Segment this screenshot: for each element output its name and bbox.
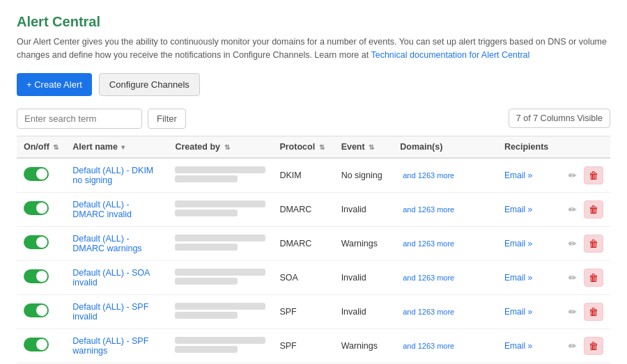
- th-protocol: Protocol ⇅: [272, 136, 334, 158]
- cell-protocol: SPF: [272, 294, 334, 329]
- cell-actions: ✏ 🗑: [559, 294, 610, 329]
- and-more-link[interactable]: and 1263 more: [403, 205, 454, 214]
- cell-actions: ✏ 🗑: [559, 260, 610, 294]
- and-more-link[interactable]: and 1263 more: [403, 239, 454, 248]
- cell-alert-name: Default (ALL) - DKIM no signing: [65, 158, 168, 193]
- recipients-link[interactable]: Email »: [504, 205, 532, 214]
- delete-button[interactable]: 🗑: [584, 303, 603, 321]
- cell-recipients: Email »: [497, 329, 559, 363]
- delete-button[interactable]: 🗑: [584, 235, 603, 253]
- cell-toggle: [17, 260, 65, 294]
- th-event: Event ⇅: [334, 136, 394, 158]
- table-row: Default (ALL) - SPF invalidSPFInvalidand…: [17, 294, 610, 329]
- cell-created-by: [168, 294, 272, 329]
- and-more-link[interactable]: and 1263 more: [403, 342, 454, 350]
- cell-domains: and 1263 more: [393, 158, 497, 193]
- cell-created-by: [168, 260, 272, 294]
- and-more-link[interactable]: and 1263 more: [403, 171, 454, 180]
- cell-event: Warnings: [334, 226, 394, 260]
- alert-name-link[interactable]: Default (ALL) - DMARC invalid: [72, 200, 132, 219]
- cell-domains: and 1263 more: [393, 226, 497, 260]
- page-description: Our Alert Center gives you the ability t…: [17, 35, 610, 62]
- cell-protocol: SPF: [272, 329, 334, 363]
- sort-icon-alert: ▾: [121, 143, 125, 151]
- edit-button[interactable]: ✏: [566, 167, 580, 184]
- sort-icon-protocol: ⇅: [319, 143, 325, 151]
- th-onoff: On/off ⇅: [17, 136, 65, 158]
- toggle-switch[interactable]: [24, 235, 49, 249]
- recipients-link[interactable]: Email »: [504, 307, 532, 317]
- recipients-link[interactable]: Email »: [504, 171, 532, 180]
- doc-link[interactable]: Technical documentation for Alert Centra…: [371, 50, 529, 60]
- recipients-link[interactable]: Email »: [504, 341, 532, 351]
- cell-toggle: [17, 294, 65, 329]
- th-domains: Domain(s): [393, 136, 497, 158]
- cell-created-by: [168, 158, 272, 193]
- edit-button[interactable]: ✏: [566, 235, 580, 252]
- search-left: Filter: [17, 109, 186, 129]
- table-row: Default (ALL) - DMARC invalidDMARCInvali…: [17, 192, 610, 226]
- alert-name-link[interactable]: Default (ALL) - SPF warnings: [72, 336, 148, 356]
- th-alert-name: Alert name ▾: [65, 136, 168, 158]
- created-by-blurred: [175, 303, 265, 319]
- edit-button[interactable]: ✏: [566, 338, 580, 354]
- cell-toggle: [17, 329, 65, 363]
- toggle-switch[interactable]: [24, 269, 49, 283]
- action-buttons: ✏ 🗑: [566, 269, 603, 287]
- toggle-switch[interactable]: [24, 201, 49, 215]
- cell-recipients: Email »: [497, 294, 559, 329]
- created-by-blurred: [175, 235, 265, 251]
- cell-domains: and 1263 more: [393, 329, 497, 363]
- and-more-link[interactable]: and 1263 more: [403, 274, 454, 282]
- cell-alert-name: Default (ALL) - DMARC invalid: [65, 192, 168, 226]
- and-more-link[interactable]: and 1263 more: [403, 308, 454, 316]
- th-recipients: Recipients: [497, 136, 559, 158]
- cell-recipients: Email »: [497, 192, 559, 226]
- delete-button[interactable]: 🗑: [584, 337, 603, 355]
- cell-event: Invalid: [334, 294, 394, 329]
- cell-domains: and 1263 more: [393, 192, 497, 226]
- alert-name-link[interactable]: Default (ALL) - SPF invalid: [72, 302, 148, 322]
- edit-button[interactable]: ✏: [566, 303, 580, 320]
- edit-button[interactable]: ✏: [566, 269, 580, 286]
- edit-button[interactable]: ✏: [566, 201, 580, 218]
- recipients-link[interactable]: Email »: [504, 239, 532, 248]
- created-by-blurred: [175, 337, 265, 353]
- toolbar: + Create Alert Configure Channels: [17, 73, 610, 96]
- cell-recipients: Email »: [497, 260, 559, 294]
- alert-name-link[interactable]: Default (ALL) - DMARC warnings: [72, 234, 141, 253]
- recipients-link[interactable]: Email »: [504, 273, 532, 283]
- alert-name-link[interactable]: Default (ALL) - SOA invalid: [72, 268, 149, 287]
- sort-icon-onoff: ⇅: [53, 143, 59, 151]
- table-header-row: On/off ⇅ Alert name ▾ Created by ⇅ Proto…: [17, 136, 610, 158]
- toggle-switch[interactable]: [24, 167, 49, 181]
- create-alert-button[interactable]: + Create Alert: [17, 73, 92, 96]
- cell-domains: and 1263 more: [393, 260, 497, 294]
- table-row: Default (ALL) - SPF warningsSPFWarningsa…: [17, 329, 610, 363]
- sort-icon-event: ⇅: [369, 143, 374, 151]
- alerts-table: On/off ⇅ Alert name ▾ Created by ⇅ Proto…: [17, 136, 610, 363]
- delete-button[interactable]: 🗑: [584, 200, 603, 219]
- alert-name-link[interactable]: Default (ALL) - DKIM no signing: [72, 166, 153, 185]
- cell-protocol: DKIM: [272, 158, 334, 193]
- cell-alert-name: Default (ALL) - SPF invalid: [65, 294, 168, 329]
- cell-created-by: [168, 226, 272, 260]
- toggle-switch[interactable]: [24, 338, 49, 351]
- cell-event: Warnings: [334, 329, 394, 363]
- action-buttons: ✏ 🗑: [566, 166, 603, 184]
- th-created-by: Created by ⇅: [168, 136, 272, 158]
- toggle-switch[interactable]: [24, 303, 49, 317]
- cell-protocol: SOA: [272, 260, 334, 294]
- cell-protocol: DMARC: [272, 226, 334, 260]
- cell-created-by: [168, 329, 272, 363]
- configure-channels-button[interactable]: Configure Channels: [99, 73, 200, 96]
- cell-toggle: [17, 226, 65, 260]
- columns-visible-indicator: 7 of 7 Columns Visible: [509, 109, 610, 128]
- search-input[interactable]: [17, 109, 142, 129]
- cell-event: Invalid: [334, 260, 394, 294]
- cell-actions: ✏ 🗑: [559, 226, 610, 260]
- filter-button[interactable]: Filter: [148, 109, 186, 129]
- delete-button[interactable]: 🗑: [584, 269, 603, 287]
- delete-button[interactable]: 🗑: [584, 166, 603, 184]
- cell-domains: and 1263 more: [393, 294, 497, 329]
